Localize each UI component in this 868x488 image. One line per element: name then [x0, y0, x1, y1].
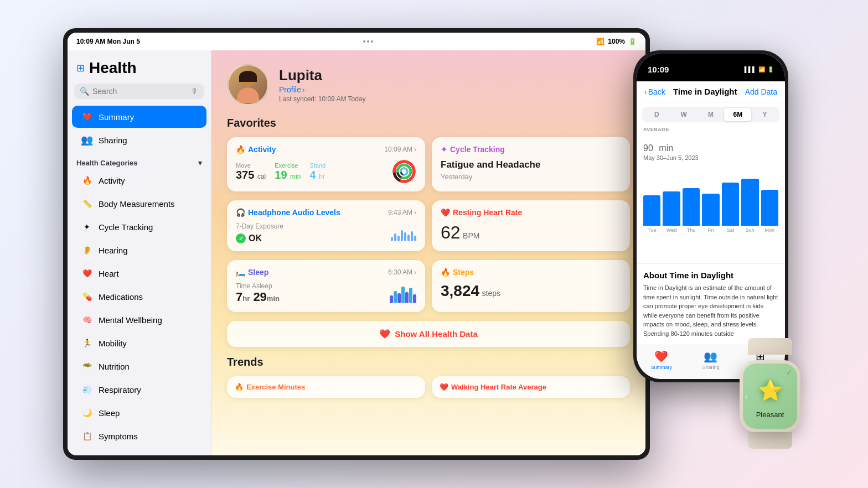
- headphone-card-body: 7-Day Exposure ✓ OK: [236, 222, 416, 243]
- sidebar-item-hearing[interactable]: 👂 Hearing: [72, 239, 206, 261]
- profile-link[interactable]: Profile ›: [279, 85, 366, 94]
- sidebar-item-medications[interactable]: 💊 Medications: [72, 285, 206, 308]
- period-tab-6m[interactable]: 6M: [724, 108, 751, 121]
- cycle-tracking-card[interactable]: ✦ Cycle Tracking Fatigue and Headache Ye…: [432, 137, 630, 191]
- steps-card-header: 🔥 Steps: [441, 268, 621, 277]
- sidebar-item-activity[interactable]: 🔥 Activity: [72, 169, 206, 191]
- sidebar: ⊞ Health 🔍 🎙 ❤️ Summary 👥 Shari: [68, 50, 211, 455]
- mobility-label: Mobility: [99, 339, 127, 348]
- sidebar-item-sleep[interactable]: 🌙 Sleep: [72, 402, 206, 424]
- iphone-nav: ‹ Back Time in Daylight Add Data: [637, 81, 785, 102]
- iphone-summary-icon: ❤️: [654, 350, 668, 363]
- trend-exercise-card[interactable]: 🔥 Exercise Minutes: [227, 376, 425, 398]
- battery-text: 100%: [608, 38, 625, 45]
- show-all-button[interactable]: ❤️ Show All Health Data: [227, 321, 630, 347]
- symptoms-icon: 📋: [81, 430, 93, 442]
- period-tab-m[interactable]: M: [698, 108, 725, 121]
- avatar: [227, 64, 269, 106]
- sidebar-toggle-icon[interactable]: ⊞: [76, 62, 85, 74]
- trend-hr-card[interactable]: ❤️ Walking Heart Rate Average: [432, 376, 630, 398]
- ipad-time: 10:09 AM Mon Jun 5: [76, 38, 140, 45]
- trends-section: Trends 🔥 Exercise Minutes: [227, 356, 630, 398]
- headphone-time: 9:43 AM ›: [388, 209, 416, 216]
- chart-value: 90 min: [643, 133, 778, 154]
- bottom-cards-row: 🛏️ Sleep 6:30 AM ›: [227, 260, 630, 312]
- chevron-right-icon: ›: [302, 85, 305, 94]
- heart-red-icon: ❤️: [441, 208, 450, 217]
- activity-card-header: 🔥 Activity 10:09 AM ›: [236, 145, 416, 154]
- search-input[interactable]: [92, 87, 188, 96]
- activity-ring: [392, 159, 416, 184]
- respiratory-icon: 💨: [81, 383, 93, 396]
- iphone-back-button[interactable]: ‹ Back: [644, 87, 665, 96]
- cycle-tracking-icon: ✦: [81, 221, 93, 233]
- search-bar[interactable]: 🔍 🎙: [74, 84, 204, 99]
- iphone-tab-sharing[interactable]: 👥 Sharing: [686, 350, 735, 370]
- respiratory-label: Respiratory: [99, 385, 141, 394]
- content-area: Favorites 🔥 Activity: [211, 117, 645, 409]
- activity-label: Activity: [99, 176, 125, 185]
- sleep-card-time: 6:30 AM ›: [388, 268, 416, 276]
- activity-card-icon: 🔥: [236, 145, 245, 154]
- cycle-card-title: ✦ Cycle Tracking: [441, 145, 505, 154]
- ipad-status-bar: 10:09 AM Mon Jun 5 📶 100% 🔋: [68, 33, 645, 50]
- profile-name: Lupita: [279, 67, 366, 84]
- period-tab-w[interactable]: W: [670, 108, 698, 121]
- steps-icon: 🔥: [441, 268, 450, 277]
- top-cards-row: 🔥 Activity 10:09 AM ›: [227, 137, 630, 191]
- sidebar-item-body-measurements[interactable]: 📏 Body Measurements: [72, 193, 206, 215]
- nutrition-label: Nutrition: [99, 362, 130, 371]
- move-metric: Move 375 cal: [236, 162, 266, 181]
- sleep-card[interactable]: 🛏️ Sleep 6:30 AM ›: [227, 260, 425, 312]
- period-tab-d[interactable]: D: [643, 108, 670, 121]
- watch-check-icon: ✓: [786, 368, 793, 377]
- sidebar-item-symptoms[interactable]: 📋 Symptoms: [72, 425, 206, 447]
- fatigue-subtitle: Yesterday: [441, 173, 540, 181]
- hearing-icon: 👂: [81, 244, 93, 256]
- main-content: Lupita Profile › Last synced: 10:09 AM T…: [211, 50, 645, 455]
- iphone-tab-summary[interactable]: ❤️ Summary: [637, 350, 686, 370]
- ipad-dot-menu: [363, 40, 373, 43]
- favorites-title: Favorites: [227, 117, 630, 129]
- bar-mon: Mon: [761, 167, 778, 233]
- iphone-time: 10:09: [648, 65, 669, 74]
- ipad-content: ⊞ Health 🔍 🎙 ❤️ Summary 👥 Shari: [68, 50, 645, 455]
- sidebar-item-sharing[interactable]: 👥 Sharing: [72, 129, 206, 151]
- bar-chart-container: Tue Wed Thu Fri: [643, 167, 778, 233]
- activity-icon: 🔥: [81, 174, 93, 186]
- heart-icon: ❤️: [81, 267, 93, 279]
- health-categories-title: Health Categories: [76, 159, 138, 167]
- iphone-add-data-button[interactable]: Add Data: [745, 87, 777, 96]
- trend-hr-icon: ❤️: [440, 383, 448, 391]
- period-tab-y[interactable]: Y: [751, 108, 778, 121]
- activity-card[interactable]: 🔥 Activity 10:09 AM ›: [227, 137, 425, 191]
- trend-exercise-title: 🔥 Exercise Minutes: [235, 383, 417, 391]
- hr-unit: BPM: [463, 231, 479, 240]
- watch-band-bottom: [748, 432, 792, 449]
- mic-icon[interactable]: 🎙: [191, 87, 199, 96]
- sleep-card-header: 🛏️ Sleep 6:30 AM ›: [236, 268, 416, 277]
- sleep-card-icon: 🛏️: [236, 268, 245, 277]
- sidebar-item-cycle-tracking[interactable]: ✦ Cycle Tracking: [72, 216, 206, 238]
- iphone-device: 10:09 ▌▌▌ 📶 🔋 ‹ Back Time in Daylight Ad…: [633, 50, 788, 382]
- sidebar-item-mobility[interactable]: 🏃 Mobility: [72, 332, 206, 354]
- iphone-notch: [683, 58, 738, 71]
- steps-card[interactable]: 🔥 Steps 3,824 steps: [432, 260, 630, 312]
- steps-value-group: 3,824 steps: [441, 282, 500, 300]
- sidebar-item-nutrition[interactable]: 🥗 Nutrition: [72, 355, 206, 377]
- sidebar-item-respiratory[interactable]: 💨 Respiratory: [72, 378, 206, 401]
- resting-hr-header: ❤️ Resting Heart Rate: [441, 208, 621, 217]
- show-all-heart-icon: ❤️: [379, 329, 390, 339]
- sidebar-item-summary[interactable]: ❤️ Summary: [72, 106, 206, 128]
- resting-hr-card[interactable]: ❤️ Resting Heart Rate 62 BPM: [432, 200, 630, 251]
- iphone-about-section: About Time in Daylight Time in Daylight …: [637, 263, 785, 345]
- watch-screen: ✓ ‹ ⭐ Pleasant: [743, 364, 797, 429]
- sidebar-item-heart[interactable]: ❤️ Heart: [72, 262, 206, 284]
- sharing-icon: 👥: [81, 134, 93, 146]
- activity-metrics: Move 375 cal Exercise: [236, 162, 326, 181]
- sidebar-item-mental-wellbeing[interactable]: 🧠 Mental Wellbeing: [72, 309, 206, 331]
- watch-body: ✓ ‹ ⭐ Pleasant: [740, 360, 800, 432]
- headphone-card[interactable]: 🎧 Headphone Audio Levels 9:43 AM ›: [227, 200, 425, 251]
- bar-tue: Tue: [643, 167, 660, 233]
- chart-date: May 30–Jun 5, 2023: [643, 154, 778, 161]
